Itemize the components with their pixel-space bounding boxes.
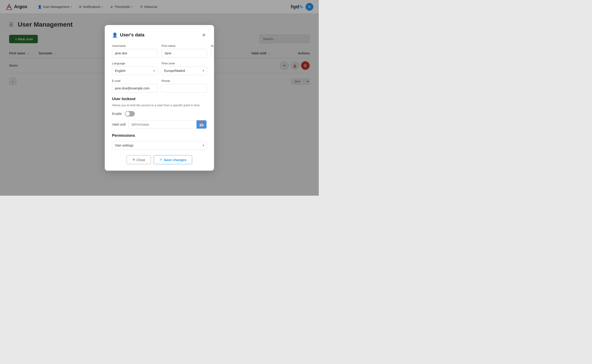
modal-title: User's data (120, 32, 199, 38)
timezone-select[interactable]: Europe/Madrid UTC America/New_York Asia/… (161, 66, 207, 75)
form-group-username: Username (112, 44, 158, 58)
lockout-description: Allows you to limit the access to a user… (112, 103, 207, 108)
phone-input[interactable] (161, 84, 207, 93)
modal-overlay: 👤 User's data ✕ Username First name Surn… (0, 0, 319, 196)
form-group-phone: Phone (161, 79, 207, 93)
username-input[interactable] (112, 49, 158, 58)
timezone-label: Time zone (161, 62, 207, 65)
form-group-firstname: First name (161, 44, 207, 58)
permissions-select[interactable]: Own settings Admin Viewer Editor (112, 141, 207, 150)
valid-until-row: Valid until 📅 (112, 120, 207, 129)
surname-input[interactable] (211, 49, 214, 58)
form-group-language: Language English Spanish French German ▾ (112, 62, 158, 75)
save-changes-button[interactable]: ✓ Save changes (154, 155, 192, 164)
toggle-knob (125, 111, 130, 116)
close-x-icon: ✕ (132, 158, 135, 162)
phone-label: Phone (161, 79, 207, 83)
modal-close-button[interactable]: ✕ (201, 31, 207, 39)
form-group-email: E-mail (112, 79, 158, 93)
modal-user-icon: 👤 (112, 32, 118, 38)
close-button-label: Close (137, 158, 145, 162)
first-name-label: First name (161, 44, 207, 48)
date-input-wrapper: 📅 (128, 120, 207, 129)
close-button[interactable]: ✕ Close (126, 155, 151, 164)
username-label: Username (112, 44, 158, 48)
form-group-surname: Surname (211, 44, 214, 58)
language-select-wrapper: English Spanish French German ▾ (112, 66, 158, 75)
lockout-heading: User lockout (112, 97, 207, 101)
calendar-icon: 📅 (199, 122, 204, 127)
language-label: Language (112, 62, 158, 65)
form-row-lang-tz: Language English Spanish French German ▾… (112, 62, 207, 75)
form-group-timezone: Time zone Europe/Madrid UTC America/New_… (161, 62, 207, 75)
permissions-heading: Permissions (112, 133, 207, 138)
form-row-name: Username First name Surname (112, 44, 207, 58)
email-input[interactable] (112, 84, 158, 93)
modal-header: 👤 User's data ✕ (112, 31, 207, 39)
date-input[interactable] (129, 120, 197, 129)
permissions-select-wrapper: Own settings Admin Viewer Editor ▾ (112, 141, 207, 150)
enable-toggle-row: Enable (112, 111, 207, 117)
first-name-input[interactable] (161, 49, 207, 58)
timezone-select-wrapper: Europe/Madrid UTC America/New_York Asia/… (161, 66, 207, 75)
language-select[interactable]: English Spanish French German (112, 66, 158, 75)
enable-label: Enable (112, 112, 122, 116)
save-button-label: Save changes (164, 158, 186, 162)
surname-label: Surname (211, 44, 214, 48)
calendar-button[interactable]: 📅 (197, 120, 206, 129)
enable-toggle[interactable] (125, 111, 135, 117)
modal-footer: ✕ Close ✓ Save changes (112, 155, 207, 164)
save-check-icon: ✓ (160, 158, 162, 162)
email-label: E-mail (112, 79, 158, 83)
user-data-modal: 👤 User's data ✕ Username First name Surn… (105, 25, 214, 171)
form-row-email-phone: E-mail Phone (112, 79, 207, 93)
valid-until-label: Valid until (112, 123, 126, 126)
